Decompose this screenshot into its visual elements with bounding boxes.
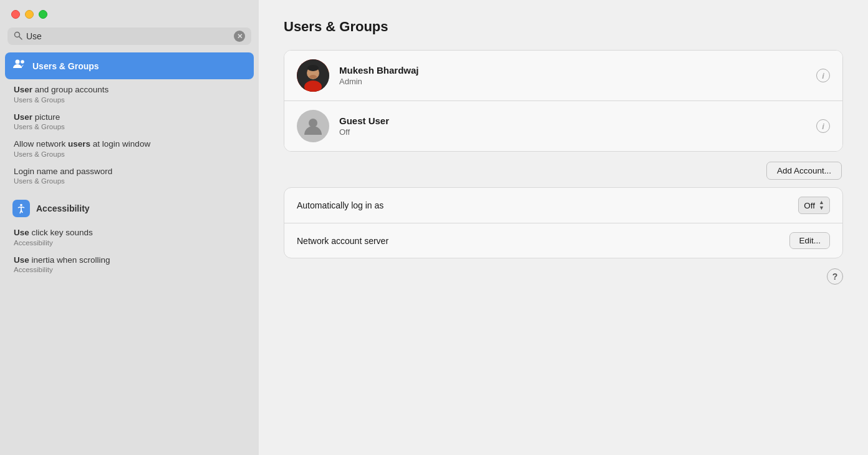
sidebar-sub-category: Users & Groups: [14, 96, 245, 104]
accessibility-icon: [12, 200, 30, 217]
page-title: Users & Groups: [284, 19, 843, 35]
users-card: Mukesh Bhardwaj Admin i Guest User Off i: [284, 50, 843, 152]
user-name-guest: Guest User: [339, 115, 806, 126]
sidebar-section-accessibility[interactable]: Accessibility: [5, 195, 254, 222]
close-button[interactable]: [11, 10, 20, 19]
sidebar: ✕ Users & Groups User and group accounts…: [0, 0, 259, 455]
search-bar: ✕: [7, 27, 251, 45]
minimize-button[interactable]: [25, 10, 34, 19]
sidebar-sub-category: Accessibility: [14, 266, 245, 273]
sidebar-active-label: Users & Groups: [32, 61, 99, 71]
sidebar-sub-category: Users & Groups: [14, 123, 245, 130]
svg-point-10: [309, 119, 317, 127]
users-groups-icon: [12, 57, 26, 74]
sidebar-items: Users & Groups User and group accounts U…: [0, 52, 259, 455]
add-account-button[interactable]: Add Account...: [766, 162, 842, 180]
auto-login-select[interactable]: Off ▲ ▼: [798, 197, 830, 214]
sidebar-item-user-picture[interactable]: User picture Users & Groups: [5, 108, 254, 135]
sidebar-sub-category: Accessibility: [14, 239, 245, 247]
sidebar-item-use-click-sounds[interactable]: Use click key sounds Accessibility: [5, 223, 254, 250]
network-server-edit-button[interactable]: Edit...: [789, 232, 830, 249]
auto-login-label: Automatically log in as: [297, 200, 383, 210]
svg-point-4: [20, 204, 22, 207]
sidebar-item-user-group-accounts[interactable]: User and group accounts Users & Groups: [5, 81, 254, 107]
sidebar-sub-category: Users & Groups: [14, 177, 245, 185]
network-server-label: Network account server: [297, 236, 388, 246]
search-clear-button[interactable]: ✕: [234, 31, 245, 42]
traffic-lights: [0, 0, 259, 27]
user-role-mukesh: Admin: [339, 77, 806, 86]
user-info-button-mukesh[interactable]: i: [816, 69, 830, 82]
stepper-down-arrow: ▼: [819, 205, 824, 211]
sidebar-sub-title: Login name and password: [14, 166, 245, 177]
settings-card: Automatically log in as Off ▲ ▼ Network …: [284, 187, 843, 258]
settings-row-network-server: Network account server Edit...: [284, 223, 842, 258]
sidebar-sub-title: User and group accounts: [14, 84, 245, 95]
user-name-mukesh: Mukesh Bhardwaj: [339, 65, 806, 76]
accessibility-label: Accessibility: [36, 203, 90, 213]
user-info-guest: Guest User Off: [339, 115, 806, 137]
search-input[interactable]: [26, 31, 230, 41]
svg-point-2: [16, 60, 20, 64]
sidebar-sub-title: Allow network users at login window: [14, 139, 245, 150]
help-button[interactable]: ?: [827, 268, 843, 285]
user-info-button-guest[interactable]: i: [816, 119, 830, 133]
sidebar-item-users-groups[interactable]: Users & Groups: [5, 52, 254, 79]
fullscreen-button[interactable]: [39, 10, 47, 19]
sidebar-sub-title: User picture: [14, 112, 245, 123]
svg-line-1: [19, 36, 22, 39]
avatar-mukesh: [297, 59, 329, 92]
stepper-arrows: ▲ ▼: [819, 200, 824, 211]
avatar-guest: [297, 110, 329, 142]
sidebar-sub-title: Use inertia when scrolling: [14, 255, 245, 266]
svg-point-8: [307, 65, 319, 71]
svg-point-3: [21, 60, 24, 64]
user-row-guest: Guest User Off i: [284, 100, 842, 151]
auto-login-value: Off: [804, 201, 815, 210]
main-content: Users & Groups Mukesh Bhar: [259, 0, 868, 455]
sidebar-sub-category: Users & Groups: [14, 150, 245, 158]
sidebar-item-use-inertia-scrolling[interactable]: Use inertia when scrolling Accessibility: [5, 251, 254, 278]
add-account-row: Add Account...: [284, 162, 843, 180]
svg-point-9: [309, 75, 317, 79]
sidebar-item-login-name-password[interactable]: Login name and password Users & Groups: [5, 162, 254, 189]
user-row-mukesh: Mukesh Bhardwaj Admin i: [284, 51, 842, 100]
sidebar-sub-title: Use click key sounds: [14, 227, 245, 238]
sidebar-item-allow-network-users[interactable]: Allow network users at login window User…: [5, 135, 254, 162]
user-info-mukesh: Mukesh Bhardwaj Admin: [339, 65, 806, 86]
settings-row-auto-login: Automatically log in as Off ▲ ▼: [284, 188, 842, 223]
user-role-guest: Off: [339, 127, 806, 137]
search-icon: [14, 31, 22, 42]
